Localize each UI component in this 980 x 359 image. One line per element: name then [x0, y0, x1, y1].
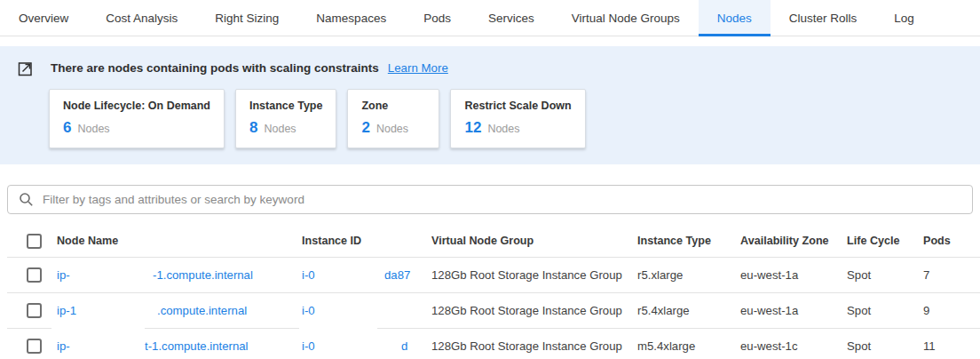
node-name-link[interactable]: ip- t-1.compute.internal — [57, 328, 302, 359]
table-row: ip-1 .compute.internal i-0 128Gb Root St… — [0, 292, 980, 328]
constraint-card-restrict-scale-down[interactable]: Restrict Scale Down 12 Nodes — [450, 89, 585, 148]
redaction-patch — [51, 325, 145, 331]
table-row: ip- -1.compute.internal i-0 da87 128Gb R… — [0, 257, 980, 292]
instance-id-link[interactable]: i-0 da87 — [302, 257, 431, 292]
row-checkbox[interactable] — [27, 339, 42, 354]
column-header-life-cycle: Life Cycle — [847, 235, 923, 247]
constraint-card-node-lifecycle[interactable]: Node Lifecycle: On Demand 6 Nodes — [49, 89, 225, 148]
node-name-suffix: .compute.internal — [157, 304, 247, 317]
instance-type-cell: r5.xlarge — [637, 268, 740, 282]
tab-label: Services — [488, 12, 534, 25]
tab-services[interactable]: Services — [470, 0, 553, 36]
node-name-link[interactable]: ip-1 .compute.internal — [57, 292, 302, 328]
availability-zone-cell: eu-west-1c — [740, 339, 847, 353]
card-unit: Nodes — [77, 123, 109, 135]
instance-id-link[interactable]: i-0 d — [302, 328, 431, 359]
life-cycle-cell: Spot — [847, 304, 923, 317]
tab-cluster-rolls[interactable]: Cluster Rolls — [771, 0, 876, 36]
constraint-cards: Node Lifecycle: On Demand 6 Nodes Instan… — [49, 89, 962, 148]
card-count: 6 — [63, 119, 71, 137]
scale-out-icon — [18, 60, 35, 76]
redaction-patch — [299, 325, 377, 331]
card-count: 8 — [249, 119, 257, 137]
learn-more-link[interactable]: Learn More — [388, 61, 448, 75]
tab-right-sizing[interactable]: Right Sizing — [196, 0, 297, 36]
card-title: Instance Type — [249, 100, 322, 112]
tab-label: Cluster Rolls — [789, 12, 858, 25]
life-cycle-cell: Spot — [847, 268, 923, 282]
node-name-link[interactable]: ip- -1.compute.internal — [57, 257, 302, 292]
tab-nodes[interactable]: Nodes — [699, 0, 771, 36]
life-cycle-cell: Spot — [847, 339, 923, 353]
instance-id-prefix: i-0 — [302, 339, 315, 353]
card-unit: Nodes — [376, 123, 408, 135]
tab-overview[interactable]: Overview — [0, 0, 87, 36]
availability-zone-cell: eu-west-1a — [740, 304, 847, 317]
node-name-prefix: ip-1 — [57, 304, 76, 317]
card-title: Node Lifecycle: On Demand — [63, 100, 210, 112]
virtual-node-group-cell: 128Gb Root Storage Instance Group — [431, 304, 637, 317]
banner-message: There are nodes containing pods with sca… — [51, 61, 379, 75]
search-icon — [19, 192, 34, 207]
instance-type-cell: r5.4xlarge — [637, 304, 740, 317]
row-checkbox[interactable] — [27, 267, 42, 283]
card-unit: Nodes — [487, 123, 519, 135]
select-all-checkbox[interactable] — [27, 234, 42, 249]
column-header-instance-type: Instance Type — [637, 235, 740, 247]
tab-label: Log — [894, 12, 914, 25]
instance-id-suffix: da87 — [384, 268, 410, 282]
card-title: Zone — [361, 100, 425, 112]
virtual-node-group-cell: 128Gb Root Storage Instance Group — [431, 339, 637, 353]
instance-id-suffix: d — [401, 339, 407, 353]
tab-bar: Overview Cost Analysis Right Sizing Name… — [0, 0, 980, 36]
card-count: 2 — [361, 119, 369, 137]
availability-zone-cell: eu-west-1a — [740, 268, 847, 282]
virtual-node-group-cell: 128Gb Root Storage Instance Group — [431, 268, 637, 282]
column-header-pods: Pods — [923, 235, 980, 247]
filter-search-bar — [7, 185, 973, 214]
tab-log[interactable]: Log — [875, 0, 933, 36]
column-header-instance-id: Instance ID — [302, 235, 431, 247]
constraint-card-zone[interactable]: Zone 2 Nodes — [347, 89, 439, 148]
column-header-availability-zone: Availability Zone — [740, 235, 847, 247]
pods-count-cell: 11 — [923, 339, 980, 353]
card-count: 12 — [464, 119, 481, 137]
tab-label: Virtual Node Groups — [572, 12, 680, 25]
tab-label: Namespaces — [316, 12, 386, 25]
tab-label: Overview — [19, 12, 68, 25]
column-header-node-name: Node Name — [57, 235, 302, 247]
instance-id-prefix: i-0 — [302, 304, 315, 317]
pods-count-cell: 7 — [923, 268, 980, 282]
tab-label: Right Sizing — [215, 12, 279, 25]
scaling-constraints-banner: There are nodes containing pods with sca… — [0, 46, 980, 164]
card-title: Restrict Scale Down — [464, 100, 571, 112]
node-name-prefix: ip- — [57, 339, 70, 353]
table-row: ip- t-1.compute.internal i-0 d 128Gb Roo… — [0, 328, 980, 359]
constraint-card-instance-type[interactable]: Instance Type 8 Nodes — [235, 89, 336, 148]
column-header-virtual-node-group: Virtual Node Group — [431, 235, 637, 247]
table-header-row: Node Name Instance ID Virtual Node Group… — [0, 225, 980, 257]
tab-pods[interactable]: Pods — [405, 0, 470, 36]
tab-label: Pods — [423, 12, 451, 25]
node-name-suffix: -1.compute.internal — [153, 268, 253, 282]
instance-id-prefix: i-0 — [302, 268, 315, 282]
search-input[interactable] — [43, 193, 961, 206]
tab-cost-analysis[interactable]: Cost Analysis — [87, 0, 196, 36]
card-unit: Nodes — [264, 123, 296, 135]
node-name-prefix: ip- — [57, 268, 70, 282]
nodes-table: Node Name Instance ID Virtual Node Group… — [0, 225, 980, 359]
row-checkbox[interactable] — [27, 303, 42, 318]
tab-virtual-node-groups[interactable]: Virtual Node Groups — [553, 0, 699, 36]
tab-label: Cost Analysis — [106, 12, 178, 25]
pods-count-cell: 9 — [923, 304, 980, 317]
tab-namespaces[interactable]: Namespaces — [297, 0, 405, 36]
tab-label: Nodes — [717, 12, 752, 25]
node-name-suffix: t-1.compute.internal — [145, 339, 249, 353]
instance-id-link[interactable]: i-0 — [302, 292, 431, 328]
instance-type-cell: m5.4xlarge — [637, 339, 740, 353]
